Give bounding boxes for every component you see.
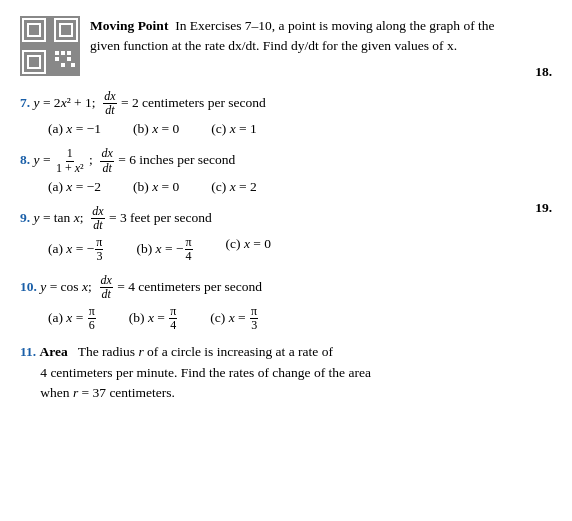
problem-10-number: 10. bbox=[20, 278, 37, 293]
problem-7-part-a: (a) x = −1 bbox=[48, 121, 101, 137]
problem-10-part-a: (a) x = π6 bbox=[48, 305, 97, 332]
svg-rect-10 bbox=[61, 51, 65, 55]
problem-8-part-b: (b) x = 0 bbox=[133, 179, 179, 195]
problem-8-line: 8. y = 1 1 + x² ; dx dt = 6 inches per s… bbox=[20, 147, 516, 174]
main-column: Moving Point In Exercises 7–10, a point … bbox=[20, 16, 516, 403]
dx-dt-fraction-9: dx dt bbox=[91, 205, 104, 232]
problem-9-rate: = 3 feet per second bbox=[109, 210, 212, 225]
dx-dt-fraction-7: dx dt bbox=[103, 90, 116, 117]
problem-7-parts: (a) x = −1 (b) x = 0 (c) x = 1 bbox=[48, 121, 516, 137]
side-numbers: 18. 19. bbox=[516, 16, 552, 403]
dx-dt-fraction-10: dx dt bbox=[100, 274, 113, 301]
page-content: Moving Point In Exercises 7–10, a point … bbox=[20, 16, 552, 403]
problem-11-title: Area bbox=[40, 344, 68, 359]
problem-10-part-c: (c) x = π3 bbox=[210, 305, 259, 332]
problem-11-text: The radius r of a circle is increasing a… bbox=[20, 344, 371, 400]
problem-8-part-c: (c) x = 2 bbox=[211, 179, 256, 195]
header-text: Moving Point In Exercises 7–10, a point … bbox=[90, 16, 516, 55]
dx-dt-fraction-8: dx dt bbox=[100, 147, 113, 174]
problem-9-parts: (a) x = −π3 (b) x = −π4 (c) x = 0 bbox=[48, 236, 516, 263]
section-title: Moving Point bbox=[90, 18, 168, 33]
problem-10: 10. y = cos x; dx dt = 4 centimeters per… bbox=[20, 274, 516, 333]
problem-9-part-a: (a) x = −π3 bbox=[48, 236, 104, 263]
problem-10-equation: y = cos x; bbox=[40, 278, 95, 293]
problem-7: 7. y = 2x² + 1; dx dt = 2 centimeters pe… bbox=[20, 90, 516, 137]
problem-8-parts: (a) x = −2 (b) x = 0 (c) x = 2 bbox=[48, 179, 516, 195]
problem-9-line: 9. y = tan x; dx dt = 3 feet per second bbox=[20, 205, 516, 232]
svg-rect-9 bbox=[55, 51, 59, 55]
fraction-8-eq: 1 1 + x² bbox=[55, 147, 85, 174]
problem-8-eq-prefix: y = bbox=[34, 152, 54, 167]
problem-11-line: 11. Area The radius r of a circle is inc… bbox=[20, 342, 516, 403]
problem-7-rate: = 2 centimeters per second bbox=[121, 95, 266, 110]
problem-8: 8. y = 1 1 + x² ; dx dt = 6 inches per s… bbox=[20, 147, 516, 194]
problem-7-part-b: (b) x = 0 bbox=[133, 121, 179, 137]
svg-rect-5 bbox=[61, 25, 71, 35]
problem-10-parts: (a) x = π6 (b) x = π4 (c) x = π3 bbox=[48, 305, 516, 332]
problem-11: 11. Area The radius r of a circle is inc… bbox=[20, 342, 516, 403]
problem-7-number: 7. bbox=[20, 95, 30, 110]
problem-9-part-b: (b) x = −π4 bbox=[136, 236, 193, 263]
problem-10-line: 10. y = cos x; dx dt = 4 centimeters per… bbox=[20, 274, 516, 301]
problem-9-part-c: (c) x = 0 bbox=[226, 236, 271, 263]
header-block: Moving Point In Exercises 7–10, a point … bbox=[20, 16, 516, 76]
problem-11-number: 11. bbox=[20, 344, 36, 359]
problem-9: 9. y = tan x; dx dt = 3 feet per second … bbox=[20, 205, 516, 264]
svg-rect-13 bbox=[67, 57, 71, 61]
side-number-19: 19. bbox=[535, 200, 552, 216]
svg-rect-15 bbox=[71, 63, 75, 67]
problem-10-part-b: (b) x = π4 bbox=[129, 305, 179, 332]
svg-rect-2 bbox=[29, 25, 39, 35]
problem-8-number: 8. bbox=[20, 152, 30, 167]
problem-7-part-c: (c) x = 1 bbox=[211, 121, 256, 137]
svg-rect-14 bbox=[61, 63, 65, 67]
qr-code-icon bbox=[20, 16, 80, 76]
problem-8-semicolon: ; bbox=[89, 152, 96, 167]
problem-7-line: 7. y = 2x² + 1; dx dt = 2 centimeters pe… bbox=[20, 90, 516, 117]
problem-8-rate: = 6 inches per second bbox=[118, 152, 235, 167]
svg-rect-8 bbox=[29, 57, 39, 67]
svg-rect-12 bbox=[55, 57, 59, 61]
problem-8-part-a: (a) x = −2 bbox=[48, 179, 101, 195]
svg-rect-11 bbox=[67, 51, 71, 55]
problem-9-number: 9. bbox=[20, 210, 30, 225]
problem-9-equation: y = tan x; bbox=[34, 210, 87, 225]
problem-10-rate: = 4 centimeters per second bbox=[117, 278, 262, 293]
problem-7-equation: y = 2x² + 1; bbox=[34, 95, 99, 110]
side-number-18: 18. bbox=[535, 64, 552, 80]
